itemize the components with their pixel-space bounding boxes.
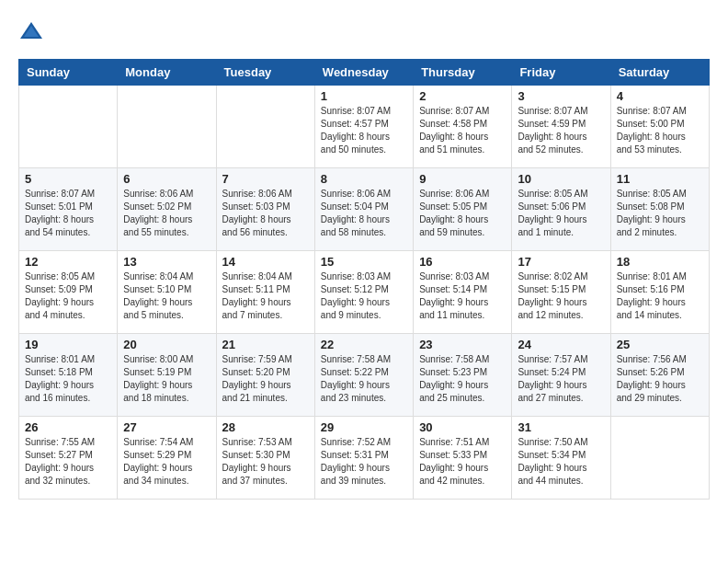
calendar-cell: 31Sunrise: 7:50 AM Sunset: 5:34 PM Dayli… xyxy=(512,417,610,500)
calendar-body: 1Sunrise: 8:07 AM Sunset: 4:57 PM Daylig… xyxy=(19,86,710,500)
cell-content: Sunrise: 7:58 AM Sunset: 5:22 PM Dayligh… xyxy=(321,353,407,405)
cell-content: Sunrise: 7:54 AM Sunset: 5:29 PM Dayligh… xyxy=(123,436,210,488)
calendar-cell: 24Sunrise: 7:57 AM Sunset: 5:24 PM Dayli… xyxy=(512,334,610,417)
day-number: 5 xyxy=(25,172,111,186)
cell-content: Sunrise: 8:02 AM Sunset: 5:15 PM Dayligh… xyxy=(518,270,604,322)
calendar-cell: 26Sunrise: 7:55 AM Sunset: 5:27 PM Dayli… xyxy=(19,417,118,500)
weekday-header: Monday xyxy=(118,60,216,86)
day-number: 15 xyxy=(321,255,407,269)
cell-content: Sunrise: 8:06 AM Sunset: 5:02 PM Dayligh… xyxy=(123,188,210,239)
day-number: 10 xyxy=(518,172,604,186)
calendar-cell: 5Sunrise: 8:07 AM Sunset: 5:01 PM Daylig… xyxy=(19,168,118,251)
day-number: 26 xyxy=(25,420,111,434)
calendar-cell: 11Sunrise: 8:05 AM Sunset: 5:08 PM Dayli… xyxy=(610,168,709,251)
calendar-cell: 6Sunrise: 8:06 AM Sunset: 5:02 PM Daylig… xyxy=(118,168,216,251)
day-number: 18 xyxy=(617,255,703,269)
calendar-table: SundayMondayTuesdayWednesdayThursdayFrid… xyxy=(18,59,710,500)
calendar-cell: 30Sunrise: 7:51 AM Sunset: 5:33 PM Dayli… xyxy=(414,417,512,500)
cell-content: Sunrise: 8:04 AM Sunset: 5:10 PM Dayligh… xyxy=(123,270,210,322)
cell-content: Sunrise: 7:52 AM Sunset: 5:31 PM Dayligh… xyxy=(321,436,407,488)
day-number: 21 xyxy=(222,338,309,351)
weekday-header: Sunday xyxy=(19,60,118,86)
cell-content: Sunrise: 8:04 AM Sunset: 5:11 PM Dayligh… xyxy=(222,270,309,322)
day-number: 20 xyxy=(123,338,210,351)
day-number: 7 xyxy=(222,172,309,186)
day-number: 17 xyxy=(518,255,604,269)
day-number: 24 xyxy=(518,338,604,351)
weekday-header-row: SundayMondayTuesdayWednesdayThursdayFrid… xyxy=(19,60,710,86)
day-number: 8 xyxy=(321,172,407,186)
weekday-header: Friday xyxy=(512,60,610,86)
calendar-cell: 10Sunrise: 8:05 AM Sunset: 5:06 PM Dayli… xyxy=(512,168,610,251)
day-number: 27 xyxy=(123,420,210,434)
day-number: 4 xyxy=(617,89,703,103)
cell-content: Sunrise: 8:06 AM Sunset: 5:05 PM Dayligh… xyxy=(419,188,506,239)
day-number: 19 xyxy=(25,338,111,351)
day-number: 30 xyxy=(419,420,506,434)
cell-content: Sunrise: 8:07 AM Sunset: 5:00 PM Dayligh… xyxy=(617,105,703,156)
cell-content: Sunrise: 8:01 AM Sunset: 5:18 PM Dayligh… xyxy=(25,353,111,405)
logo-icon xyxy=(18,18,44,44)
cell-content: Sunrise: 8:07 AM Sunset: 4:57 PM Dayligh… xyxy=(321,105,407,156)
day-number: 1 xyxy=(321,89,407,103)
calendar-cell xyxy=(118,86,216,168)
calendar-cell: 1Sunrise: 8:07 AM Sunset: 4:57 PM Daylig… xyxy=(314,86,413,168)
calendar-week-row: 1Sunrise: 8:07 AM Sunset: 4:57 PM Daylig… xyxy=(19,86,710,168)
cell-content: Sunrise: 7:59 AM Sunset: 5:20 PM Dayligh… xyxy=(222,353,309,405)
calendar-cell: 15Sunrise: 8:03 AM Sunset: 5:12 PM Dayli… xyxy=(314,251,413,334)
cell-content: Sunrise: 7:56 AM Sunset: 5:26 PM Dayligh… xyxy=(617,353,703,405)
cell-content: Sunrise: 7:50 AM Sunset: 5:34 PM Dayligh… xyxy=(518,436,604,488)
day-number: 13 xyxy=(123,255,210,269)
calendar-cell: 21Sunrise: 7:59 AM Sunset: 5:20 PM Dayli… xyxy=(216,334,314,417)
day-number: 23 xyxy=(419,338,506,351)
weekday-header: Tuesday xyxy=(216,60,314,86)
calendar-cell xyxy=(216,86,314,168)
day-number: 6 xyxy=(123,172,210,186)
calendar-cell xyxy=(19,86,118,168)
calendar-cell: 13Sunrise: 8:04 AM Sunset: 5:10 PM Dayli… xyxy=(118,251,216,334)
cell-content: Sunrise: 7:53 AM Sunset: 5:30 PM Dayligh… xyxy=(222,436,309,488)
calendar-cell: 8Sunrise: 8:06 AM Sunset: 5:04 PM Daylig… xyxy=(314,168,413,251)
calendar-cell: 18Sunrise: 8:01 AM Sunset: 5:16 PM Dayli… xyxy=(610,251,709,334)
day-number: 16 xyxy=(419,255,506,269)
weekday-header: Saturday xyxy=(610,60,709,86)
calendar-cell: 4Sunrise: 8:07 AM Sunset: 5:00 PM Daylig… xyxy=(610,86,709,168)
day-number: 12 xyxy=(25,255,111,269)
calendar-cell: 17Sunrise: 8:02 AM Sunset: 5:15 PM Dayli… xyxy=(512,251,610,334)
cell-content: Sunrise: 8:07 AM Sunset: 4:59 PM Dayligh… xyxy=(518,105,604,156)
calendar-header: SundayMondayTuesdayWednesdayThursdayFrid… xyxy=(19,60,710,86)
cell-content: Sunrise: 8:06 AM Sunset: 5:04 PM Dayligh… xyxy=(321,188,407,239)
day-number: 22 xyxy=(321,338,407,351)
logo xyxy=(18,18,48,44)
cell-content: Sunrise: 8:07 AM Sunset: 5:01 PM Dayligh… xyxy=(25,188,111,239)
calendar-cell: 22Sunrise: 7:58 AM Sunset: 5:22 PM Dayli… xyxy=(314,334,413,417)
day-number: 25 xyxy=(617,338,703,351)
cell-content: Sunrise: 7:57 AM Sunset: 5:24 PM Dayligh… xyxy=(518,353,604,405)
calendar-cell: 9Sunrise: 8:06 AM Sunset: 5:05 PM Daylig… xyxy=(414,168,512,251)
calendar-cell: 2Sunrise: 8:07 AM Sunset: 4:58 PM Daylig… xyxy=(414,86,512,168)
day-number: 31 xyxy=(518,420,604,434)
cell-content: Sunrise: 8:05 AM Sunset: 5:08 PM Dayligh… xyxy=(617,188,703,239)
calendar-cell: 3Sunrise: 8:07 AM Sunset: 4:59 PM Daylig… xyxy=(512,86,610,168)
calendar-cell: 7Sunrise: 8:06 AM Sunset: 5:03 PM Daylig… xyxy=(216,168,314,251)
cell-content: Sunrise: 7:58 AM Sunset: 5:23 PM Dayligh… xyxy=(419,353,506,405)
cell-content: Sunrise: 7:55 AM Sunset: 5:27 PM Dayligh… xyxy=(25,436,111,488)
cell-content: Sunrise: 8:00 AM Sunset: 5:19 PM Dayligh… xyxy=(123,353,210,405)
calendar-cell: 12Sunrise: 8:05 AM Sunset: 5:09 PM Dayli… xyxy=(19,251,118,334)
cell-content: Sunrise: 8:05 AM Sunset: 5:06 PM Dayligh… xyxy=(518,188,604,239)
calendar-week-row: 19Sunrise: 8:01 AM Sunset: 5:18 PM Dayli… xyxy=(19,334,710,417)
calendar-cell: 19Sunrise: 8:01 AM Sunset: 5:18 PM Dayli… xyxy=(19,334,118,417)
day-number: 11 xyxy=(617,172,703,186)
day-number: 2 xyxy=(419,89,506,103)
calendar-cell: 29Sunrise: 7:52 AM Sunset: 5:31 PM Dayli… xyxy=(314,417,413,500)
weekday-header: Thursday xyxy=(414,60,512,86)
calendar-week-row: 12Sunrise: 8:05 AM Sunset: 5:09 PM Dayli… xyxy=(19,251,710,334)
calendar-week-row: 26Sunrise: 7:55 AM Sunset: 5:27 PM Dayli… xyxy=(19,417,710,500)
day-number: 28 xyxy=(222,420,309,434)
cell-content: Sunrise: 8:01 AM Sunset: 5:16 PM Dayligh… xyxy=(617,270,703,322)
day-number: 3 xyxy=(518,89,604,103)
day-number: 9 xyxy=(419,172,506,186)
cell-content: Sunrise: 7:51 AM Sunset: 5:33 PM Dayligh… xyxy=(419,436,506,488)
calendar-cell: 14Sunrise: 8:04 AM Sunset: 5:11 PM Dayli… xyxy=(216,251,314,334)
page-header xyxy=(18,18,710,44)
